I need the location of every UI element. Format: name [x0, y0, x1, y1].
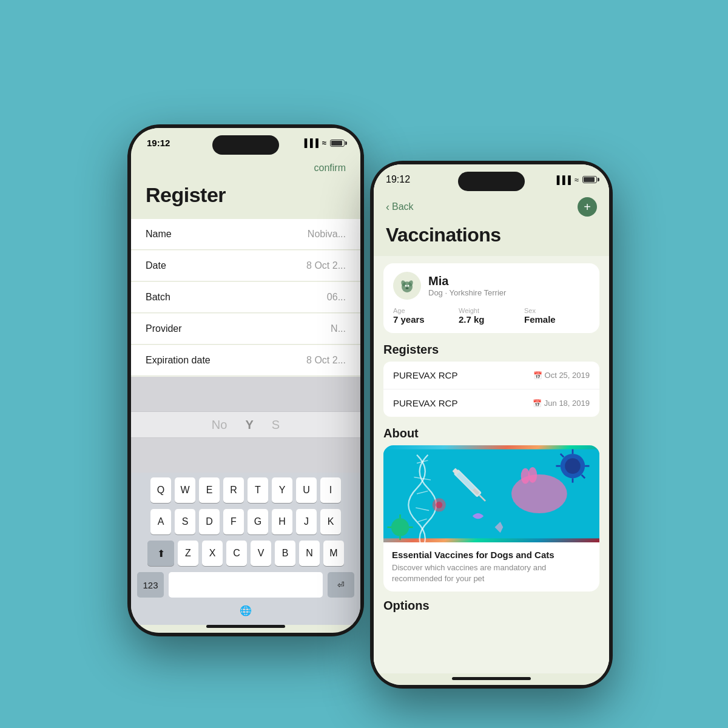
key-space[interactable] — [169, 572, 323, 598]
keyboard-row-2: A S D F G H J K — [135, 509, 357, 534]
register-item-2-name: PUREVAX RCP — [393, 398, 457, 408]
svg-point-5 — [406, 288, 409, 289]
register-screen: 19:12 ▐▐▐ ≈ confirm Register — [131, 128, 360, 633]
key-u[interactable]: U — [296, 477, 317, 503]
key-e[interactable]: E — [199, 477, 220, 503]
register-header: confirm — [131, 158, 360, 183]
field-provider[interactable]: Provider N... — [131, 314, 360, 345]
status-icons-front: ▐▐▐ ≈ — [554, 175, 597, 184]
field-name[interactable]: Name Nobiva... — [131, 219, 360, 250]
back-chevron-icon: ‹ — [386, 201, 389, 214]
field-date[interactable]: Date 8 Oct 2... — [131, 251, 360, 281]
scene: 19:12 ▐▐▐ ≈ confirm Register — [91, 76, 637, 652]
pet-name: Mia — [428, 274, 506, 288]
key-x[interactable]: X — [202, 541, 223, 566]
key-123[interactable]: 123 — [137, 572, 164, 598]
vaccinations-nav: ‹ Back + — [374, 195, 609, 224]
article-title: Essential Vaccines for Dogs and Cats — [392, 550, 591, 560]
status-icons-back: ▐▐▐ ≈ — [302, 138, 345, 147]
register-item-1-name: PUREVAX RCP — [393, 370, 457, 380]
key-q[interactable]: Q — [150, 477, 171, 503]
calendar-icon-2: 📅 — [533, 399, 542, 408]
home-indicator-front — [452, 677, 531, 680]
options-section-title: Options — [383, 599, 599, 613]
key-f[interactable]: F — [223, 509, 244, 534]
field-provider-label: Provider — [146, 323, 182, 334]
field-batch-value: 06... — [327, 292, 346, 303]
status-time-back: 19:12 — [147, 138, 170, 148]
key-d[interactable]: D — [199, 509, 220, 534]
key-v[interactable]: V — [251, 541, 271, 566]
register-item-2[interactable]: PUREVAX RCP 📅 Jun 18, 2019 — [383, 389, 599, 417]
register-title: Register — [146, 183, 346, 207]
registers-list: PUREVAX RCP 📅 Oct 25, 2019 PUREVAX RCP 📅… — [383, 362, 599, 417]
field-date-label: Date — [146, 260, 166, 271]
pet-card: Mia Dog · Yorkshire Terrier Age 7 years — [383, 263, 599, 333]
key-z[interactable]: Z — [178, 541, 198, 566]
picker-section[interactable]: No Y S — [131, 377, 360, 473]
key-s[interactable]: S — [175, 509, 195, 534]
key-h[interactable]: H — [272, 509, 292, 534]
back-button[interactable]: ‹ Back — [386, 201, 414, 214]
signal-icon-back: ▐▐▐ — [302, 138, 318, 147]
wifi-icon-back: ≈ — [322, 138, 326, 147]
add-button[interactable]: + — [578, 197, 597, 217]
field-date-value: 8 Oct 2... — [306, 260, 346, 271]
keyboard-row-4: 123 ⏎ — [135, 572, 357, 598]
plus-icon: + — [584, 200, 591, 214]
field-expiration-value: 8 Oct 2... — [306, 355, 346, 366]
globe-icon[interactable]: 🌐 — [240, 605, 252, 616]
pet-weight-value: 2.7 kg — [459, 314, 524, 325]
key-y[interactable]: Y — [272, 477, 292, 503]
svg-point-4 — [408, 285, 410, 287]
keyboard-row-1: Q W E R T Y U I — [135, 477, 357, 503]
key-c[interactable]: C — [226, 541, 247, 566]
calendar-icon-1: 📅 — [533, 371, 542, 380]
key-b[interactable]: B — [275, 541, 295, 566]
pet-age-stat: Age 7 years — [393, 307, 459, 325]
svg-point-20 — [528, 467, 538, 483]
dynamic-island-front — [458, 172, 525, 191]
svg-point-3 — [405, 285, 407, 287]
keyboard: Q W E R T Y U I A S D F G — [131, 473, 360, 625]
keyboard-globe-row: 🌐 — [135, 602, 357, 622]
svg-point-22 — [565, 458, 581, 474]
register-item-2-date: 📅 Jun 18, 2019 — [533, 399, 590, 408]
phone-vaccinations-inner: 19:12 ▐▐▐ ≈ ‹ Back + — [374, 164, 609, 685]
register-item-1-date: 📅 Oct 25, 2019 — [533, 371, 590, 380]
pet-breed: Dog · Yorkshire Terrier — [428, 288, 506, 297]
field-expiration-label: Expiration date — [146, 355, 211, 366]
key-i[interactable]: I — [320, 477, 341, 503]
key-r[interactable]: R — [223, 477, 244, 503]
vaccinations-title: Vaccinations — [374, 224, 609, 256]
field-name-label: Name — [146, 229, 172, 240]
key-n[interactable]: N — [299, 541, 320, 566]
field-batch[interactable]: Batch 06... — [131, 282, 360, 313]
key-m[interactable]: M — [323, 541, 344, 566]
article-card[interactable]: Essential Vaccines for Dogs and Cats Dis… — [383, 445, 599, 592]
pet-age-label: Age — [393, 307, 459, 314]
wifi-icon-front: ≈ — [575, 175, 579, 184]
key-g[interactable]: G — [248, 509, 268, 534]
phone-register-inner: 19:12 ▐▐▐ ≈ confirm Register — [131, 128, 360, 633]
svg-point-30 — [436, 502, 442, 508]
key-a[interactable]: A — [150, 509, 171, 534]
key-return[interactable]: ⏎ — [328, 572, 354, 598]
pet-info: Mia Dog · Yorkshire Terrier — [428, 274, 506, 297]
article-image — [383, 445, 599, 542]
pet-stats: Age 7 years Weight 2.7 kg Sex Female — [393, 307, 590, 325]
article-description: Discover which vaccines are mandatory an… — [392, 562, 591, 584]
register-item-1[interactable]: PUREVAX RCP 📅 Oct 25, 2019 — [383, 362, 599, 389]
key-w[interactable]: W — [175, 477, 195, 503]
battery-icon-back — [330, 140, 345, 147]
key-j[interactable]: J — [296, 509, 317, 534]
register-fields: Name Nobiva... Date 8 Oct 2... Batch 06.… — [131, 219, 360, 377]
key-k[interactable]: K — [320, 509, 341, 534]
pet-age-value: 7 years — [393, 314, 459, 325]
field-expiration[interactable]: Expiration date 8 Oct 2... — [131, 345, 360, 376]
pet-avatar — [393, 272, 421, 300]
confirm-button[interactable]: confirm — [314, 163, 346, 174]
key-shift[interactable]: ⬆ — [147, 541, 174, 566]
status-time-front: 19:12 — [386, 174, 410, 185]
key-t[interactable]: T — [248, 477, 268, 503]
